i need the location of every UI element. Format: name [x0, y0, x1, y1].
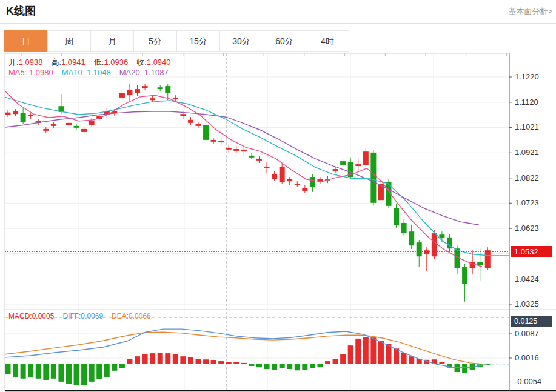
macd-bar	[340, 354, 346, 364]
macd-bar	[280, 364, 285, 368]
macd-bar	[226, 362, 232, 364]
candle-body	[226, 148, 232, 150]
legend-item: MA5: 1.0980	[8, 68, 53, 77]
macd-bar	[295, 364, 300, 370]
macd-bar	[89, 364, 95, 382]
macd-bar	[158, 353, 163, 364]
candle-body	[272, 174, 277, 179]
macd-bar	[394, 348, 399, 364]
macd-bar	[119, 364, 125, 368]
candle-body	[81, 129, 87, 132]
macd-bar	[51, 364, 56, 379]
candle-body	[21, 113, 26, 122]
macd-bar	[36, 364, 41, 379]
candle-body	[28, 115, 33, 116]
macd-bar	[173, 354, 178, 364]
candle-body	[485, 250, 491, 268]
price-axis-label: 1.0325	[515, 299, 539, 308]
candle-body	[287, 179, 292, 181]
macd-legend: MACD:0.0005DIFF:0.0069DEA:0.0066	[8, 312, 159, 321]
price-axis-label: 1.0623	[515, 224, 539, 233]
macd-bar	[211, 360, 216, 364]
price-axis-label: 1.0723	[515, 198, 539, 207]
macd-bar	[317, 364, 323, 367]
macd-bar	[112, 364, 117, 371]
candle-body	[142, 86, 148, 88]
macd-axis-label: -0.0054	[515, 377, 541, 386]
candle-body	[401, 223, 407, 233]
legend-item: MA10: 1.1048	[62, 68, 111, 77]
current-price-badge: 1.0532	[511, 246, 552, 257]
macd-bar	[127, 359, 132, 364]
macd-axis-label: 0.0016	[515, 353, 539, 362]
macd-bar	[203, 359, 209, 364]
macd-bar	[196, 359, 201, 364]
macd-bar	[363, 337, 369, 364]
legend-item: 高:1.0941	[51, 58, 85, 67]
macd-bar	[325, 361, 330, 364]
candle-body	[51, 124, 56, 126]
macd-bar	[13, 364, 18, 377]
candle-body	[211, 140, 216, 142]
ohlc-legend: 开:1.0938高:1.0941低:1.0936收:1.0940	[8, 57, 179, 68]
candle-body	[218, 141, 224, 142]
price-axis-label: 1.1120	[515, 98, 538, 107]
candle-body	[5, 113, 11, 115]
macd-bar	[241, 363, 247, 364]
macd-bar	[28, 364, 33, 377]
macd-bar	[81, 364, 87, 385]
macd-bar	[272, 364, 277, 370]
candle-body	[180, 114, 186, 116]
price-axis-label: 1.1220	[515, 72, 539, 81]
macd-bar	[135, 356, 140, 364]
macd-bar	[233, 362, 239, 364]
candle-body	[394, 208, 399, 225]
candle-body	[417, 242, 422, 256]
macd-bar	[188, 357, 193, 364]
macd-max-badge: 0.0125	[511, 316, 552, 327]
candle-body	[310, 177, 315, 187]
macd-bar	[165, 353, 170, 364]
candle-body	[196, 124, 201, 126]
macd-bar	[348, 345, 353, 364]
candle-body	[280, 167, 285, 182]
candle-body	[409, 231, 414, 245]
candle-body	[340, 161, 346, 165]
candle-body	[432, 233, 437, 256]
macd-bar	[21, 364, 26, 379]
macd-bar	[180, 356, 186, 364]
macd-bar	[333, 359, 338, 364]
macd-bar	[142, 354, 148, 364]
price-axis-label: 1.0822	[515, 173, 539, 182]
macd-bar	[439, 362, 444, 364]
candle-body	[119, 93, 125, 98]
candle-body	[439, 234, 444, 238]
legend-item: 收:1.0940	[136, 58, 170, 67]
macd-bar	[256, 364, 262, 367]
macd-bar	[401, 353, 407, 364]
candle-body	[363, 151, 369, 165]
macd-bar	[74, 364, 79, 385]
candle-body	[203, 125, 209, 140]
candle-body	[233, 149, 239, 151]
legend-item: MACD:0.0005	[8, 312, 54, 321]
kline-page: K线图 基本面分析> 日周月5分15分30分60分4时 开:1.0938高:1.…	[0, 0, 556, 392]
candle-body	[302, 188, 307, 191]
macd-bar	[104, 364, 110, 377]
candle-body	[249, 156, 254, 158]
candle-body	[66, 123, 72, 125]
candle-body	[173, 98, 178, 99]
legend-item: DIFF:0.0069	[62, 312, 103, 321]
price-axis-label: 1.1021	[515, 122, 539, 131]
macd-bar	[355, 339, 361, 364]
candle-body	[135, 89, 140, 93]
candle-body	[165, 86, 170, 93]
candle-body	[241, 150, 247, 151]
macd-bar	[409, 356, 414, 364]
macd-bar	[462, 364, 467, 373]
legend-item: 低:1.0936	[94, 58, 128, 67]
candle-body	[333, 169, 338, 171]
macd-bar	[249, 364, 254, 366]
price-axis-label: 1.0424	[515, 274, 539, 284]
candle-body	[462, 267, 467, 284]
